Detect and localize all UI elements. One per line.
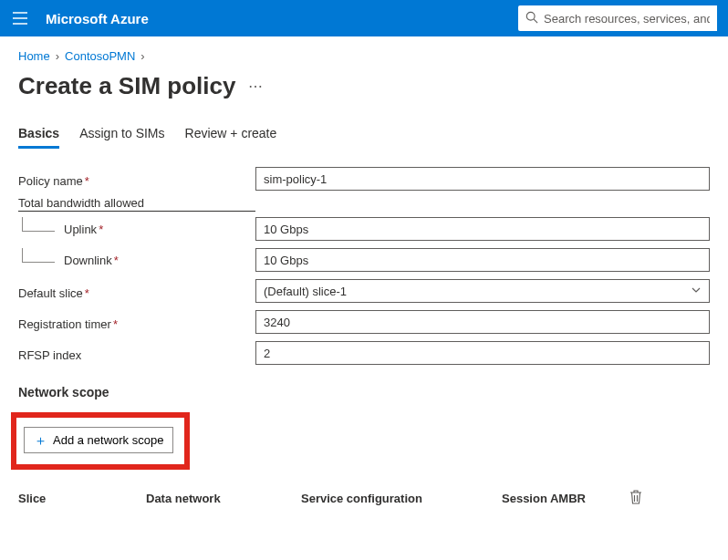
- tab-strip: Basics Assign to SIMs Review + create: [18, 126, 710, 149]
- search-placeholder: Search resources, services, and docs: [544, 12, 710, 26]
- col-session-ambr: Session AMBR: [502, 492, 629, 505]
- network-scope-heading: Network scope: [18, 385, 710, 399]
- uplink-label: Uplink*: [18, 223, 255, 236]
- downlink-input[interactable]: 10 Gbps: [255, 248, 710, 272]
- bandwidth-group-label: Total bandwidth allowed: [18, 196, 255, 212]
- chevron-right-icon: ›: [140, 49, 144, 63]
- uplink-input[interactable]: 10 Gbps: [255, 217, 710, 241]
- downlink-label: Downlink*: [18, 254, 255, 267]
- col-slice: Slice: [18, 492, 146, 505]
- global-search-input[interactable]: Search resources, services, and docs: [518, 5, 717, 31]
- rfsp-index-label: RFSP index: [18, 345, 255, 362]
- policy-name-label: Policy name*: [18, 171, 255, 188]
- col-data-network: Data network: [146, 492, 301, 505]
- add-network-scope-button[interactable]: ＋ Add a network scope: [24, 427, 173, 453]
- search-icon: [525, 11, 538, 26]
- policy-name-input[interactable]: sim-policy-1: [255, 167, 710, 191]
- tab-review-create[interactable]: Review + create: [185, 126, 277, 149]
- brand-label: Microsoft Azure: [46, 11, 149, 26]
- registration-timer-label: Registration timer*: [18, 314, 255, 331]
- tab-assign-to-sims[interactable]: Assign to SIMs: [79, 126, 164, 149]
- plus-icon: ＋: [34, 433, 47, 447]
- delete-column-icon[interactable]: [629, 490, 651, 507]
- svg-line-1: [534, 19, 537, 23]
- rfsp-index-input[interactable]: 2: [255, 341, 710, 365]
- add-network-scope-highlight: ＋ Add a network scope: [11, 412, 190, 470]
- breadcrumb-home[interactable]: Home: [18, 49, 50, 63]
- default-slice-label: Default slice*: [18, 283, 255, 300]
- default-slice-select[interactable]: (Default) slice-1: [255, 279, 710, 303]
- svg-point-0: [526, 12, 535, 20]
- more-actions-button[interactable]: ⋯: [248, 78, 264, 95]
- breadcrumb-resource[interactable]: ContosoPMN: [65, 49, 135, 63]
- registration-timer-input[interactable]: 3240: [255, 310, 710, 334]
- chevron-right-icon: ›: [56, 49, 59, 63]
- hamburger-menu-icon[interactable]: [11, 9, 29, 27]
- breadcrumb: Home › ContosoPMN ›: [18, 49, 710, 63]
- col-service-config: Service configuration: [301, 492, 502, 505]
- network-scope-table-header: Slice Data network Service configuration…: [18, 486, 710, 511]
- chevron-down-icon: [691, 285, 702, 298]
- tab-basics[interactable]: Basics: [18, 126, 59, 149]
- page-title: Create a SIM policy: [18, 72, 235, 100]
